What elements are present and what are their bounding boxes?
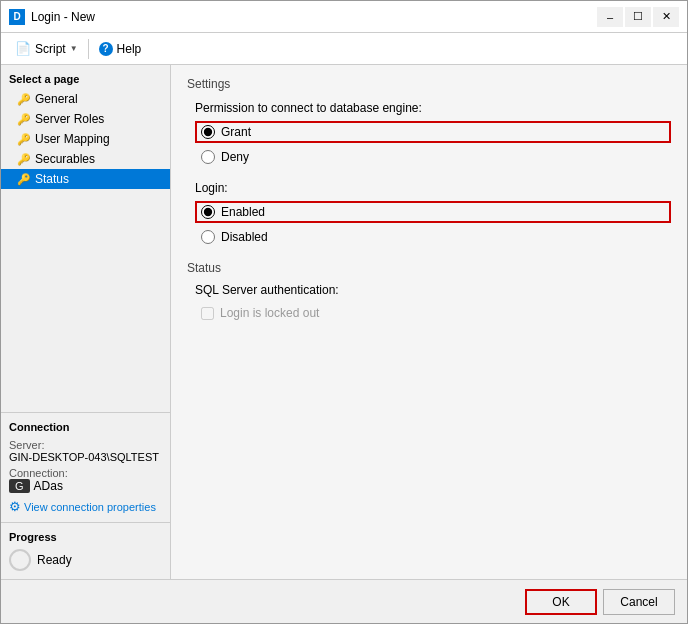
settings-header: Settings	[187, 77, 671, 91]
user-value: ADas	[34, 479, 63, 493]
window-title: Login - New	[31, 10, 597, 24]
permission-subsection: Permission to connect to database engine…	[195, 101, 671, 167]
disabled-label: Disabled	[221, 230, 268, 244]
progress-row: Ready	[9, 549, 162, 571]
status-icon: 🔑	[17, 173, 31, 186]
server-value: GIN-DESKTOP-043\SQLTEST	[9, 451, 162, 463]
permission-label: Permission to connect to database engine…	[195, 101, 671, 115]
window: D Login - New – ☐ ✕ 📄 Script ▼ ? Help Se…	[0, 0, 688, 624]
view-connection-link[interactable]: ⚙ View connection properties	[9, 499, 162, 514]
help-button[interactable]: ? Help	[93, 39, 148, 59]
script-label: Script	[35, 42, 66, 56]
general-icon: 🔑	[17, 93, 31, 106]
grant-label: Grant	[221, 125, 251, 139]
sidebar-item-label-server-roles: Server Roles	[35, 112, 104, 126]
enabled-radio[interactable]	[201, 205, 215, 219]
progress-spinner	[9, 549, 31, 571]
minimize-button[interactable]: –	[597, 7, 623, 27]
progress-title: Progress	[9, 531, 162, 543]
sidebar-item-server-roles[interactable]: 🔑 Server Roles	[1, 109, 170, 129]
title-bar-controls: – ☐ ✕	[597, 7, 679, 27]
connection-title: Connection	[9, 421, 162, 433]
server-label: Server:	[9, 439, 162, 451]
sql-auth-subsection: SQL Server authentication: Login is lock…	[195, 283, 671, 323]
status-section: Status SQL Server authentication: Login …	[187, 261, 671, 323]
progress-status: Ready	[37, 553, 72, 567]
sidebar-item-securables[interactable]: 🔑 Securables	[1, 149, 170, 169]
server-roles-icon: 🔑	[17, 113, 31, 126]
toolbar: 📄 Script ▼ ? Help	[1, 33, 687, 65]
login-radio-group: Enabled Disabled	[195, 201, 671, 247]
disabled-radio[interactable]	[201, 230, 215, 244]
close-button[interactable]: ✕	[653, 7, 679, 27]
bottom-bar: OK Cancel	[1, 579, 687, 623]
enabled-radio-item[interactable]: Enabled	[195, 201, 671, 223]
ok-button[interactable]: OK	[525, 589, 597, 615]
script-button[interactable]: 📄 Script ▼	[9, 38, 84, 59]
login-label: Login:	[195, 181, 671, 195]
window-icon: D	[9, 9, 25, 25]
help-icon: ?	[99, 42, 113, 56]
user-prefix: G	[9, 479, 30, 493]
main-panel: Settings Permission to connect to databa…	[171, 65, 687, 579]
securables-icon: 🔑	[17, 153, 31, 166]
content-area: Select a page 🔑 General 🔑 Server Roles 🔑…	[1, 65, 687, 579]
cancel-button[interactable]: Cancel	[603, 589, 675, 615]
sidebar-item-status[interactable]: 🔑 Status	[1, 169, 170, 189]
grant-radio-item[interactable]: Grant	[195, 121, 671, 143]
deny-radio[interactable]	[201, 150, 215, 164]
view-link-label: View connection properties	[24, 501, 156, 513]
sidebar-item-label-status: Status	[35, 172, 69, 186]
connection-section: Connection Server: GIN-DESKTOP-043\SQLTE…	[1, 412, 170, 522]
script-icon: 📄	[15, 41, 31, 56]
sidebar-item-label-securables: Securables	[35, 152, 95, 166]
login-subsection: Login: Enabled Disabled	[195, 181, 671, 247]
properties-icon: ⚙	[9, 499, 21, 514]
sidebar-section-title: Select a page	[1, 65, 170, 89]
deny-label: Deny	[221, 150, 249, 164]
sidebar-item-user-mapping[interactable]: 🔑 User Mapping	[1, 129, 170, 149]
maximize-button[interactable]: ☐	[625, 7, 651, 27]
grant-radio[interactable]	[201, 125, 215, 139]
sidebar-item-label-user-mapping: User Mapping	[35, 132, 110, 146]
help-label: Help	[117, 42, 142, 56]
enabled-label: Enabled	[221, 205, 265, 219]
progress-section: Progress Ready	[1, 522, 170, 579]
dropdown-arrow-icon: ▼	[70, 44, 78, 53]
sidebar-item-label-general: General	[35, 92, 78, 106]
status-section-title: Status	[187, 261, 671, 275]
deny-radio-item[interactable]: Deny	[195, 147, 671, 167]
title-bar: D Login - New – ☐ ✕	[1, 1, 687, 33]
connection-label: Connection:	[9, 467, 162, 479]
locked-out-label: Login is locked out	[220, 306, 319, 320]
disabled-radio-item[interactable]: Disabled	[195, 227, 671, 247]
sidebar: Select a page 🔑 General 🔑 Server Roles 🔑…	[1, 65, 171, 579]
locked-out-checkbox[interactable]	[201, 307, 214, 320]
connection-user: G ADas	[9, 479, 162, 493]
toolbar-divider	[88, 39, 89, 59]
sidebar-item-general[interactable]: 🔑 General	[1, 89, 170, 109]
sql-auth-label: SQL Server authentication:	[195, 283, 671, 297]
locked-out-item: Login is locked out	[195, 303, 671, 323]
permission-radio-group: Grant Deny	[195, 121, 671, 167]
user-mapping-icon: 🔑	[17, 133, 31, 146]
